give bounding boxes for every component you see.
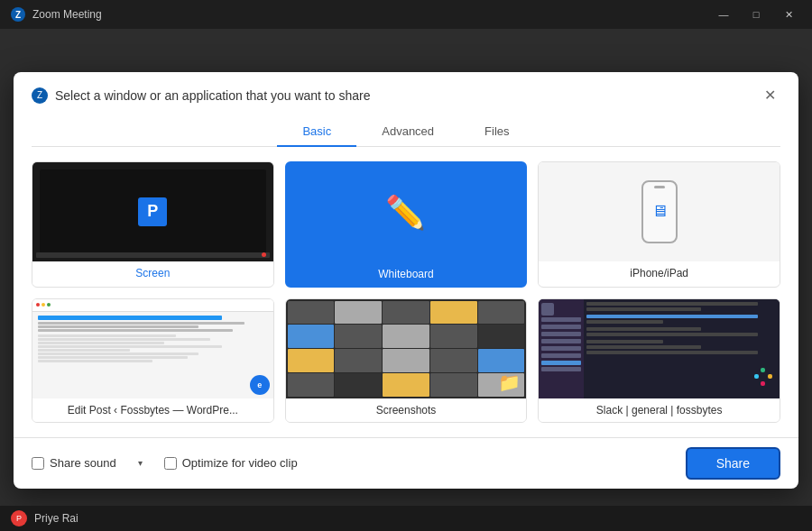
- slack-channel3: [541, 332, 581, 336]
- slack-channel2: [541, 325, 581, 329]
- phone-frame: 🖥: [641, 180, 678, 243]
- slack-channel7: [541, 367, 581, 371]
- phone-notch: [654, 186, 665, 188]
- app-icon: Z: [11, 7, 25, 22]
- slack-msg5: [586, 333, 758, 336]
- phone-cast-icon: 🖥: [651, 202, 668, 221]
- minimize-button[interactable]: —: [711, 5, 736, 23]
- sc2: [335, 301, 382, 325]
- sc11: [288, 349, 335, 372]
- sc15: [478, 349, 525, 372]
- editpost-preview: e: [32, 299, 273, 398]
- slack-msg2: [586, 307, 700, 311]
- share-sound-checkbox-label[interactable]: Share sound: [32, 456, 116, 470]
- whiteboard-icon: ✏️: [385, 194, 426, 232]
- screen-option[interactable]: P Screen: [32, 161, 274, 288]
- svg-rect-2: [768, 374, 772, 379]
- folder-icon: 📁: [498, 371, 521, 393]
- sc4: [430, 301, 477, 325]
- dot3: [47, 303, 51, 307]
- svg-rect-3: [761, 381, 765, 386]
- slack-svg: [752, 366, 774, 388]
- screen-recording-dot: [262, 252, 266, 257]
- iphone-option[interactable]: 🖥 iPhone/iPad: [538, 161, 780, 288]
- optimize-label: Optimize for video clip: [182, 456, 298, 470]
- slack-msg7: [586, 345, 700, 349]
- editpost-option[interactable]: e Edit Post ‹ Fossbytes — WordPre...: [32, 298, 274, 423]
- share-sound-dropdown[interactable]: ▾: [134, 456, 146, 470]
- tab-basic[interactable]: Basic: [277, 117, 356, 147]
- slack-msg1: [586, 302, 758, 306]
- screenshots-label: Screenshots: [286, 398, 527, 422]
- slack-thumb: [539, 299, 780, 398]
- tab-files[interactable]: Files: [459, 117, 534, 147]
- slack-logo-icon: [752, 366, 774, 393]
- screenshots-thumb: 📁: [286, 299, 527, 398]
- screen-preview: P: [32, 162, 273, 261]
- title-bar-controls: — □ ✕: [711, 5, 801, 23]
- editpost-thumb: e: [32, 299, 273, 398]
- slack-msg8: [586, 351, 758, 354]
- slack-channel6: [541, 353, 581, 358]
- sc5: [478, 301, 525, 325]
- sc19: [430, 373, 477, 397]
- title-bar: Z Zoom Meeting — □ ✕: [0, 0, 812, 29]
- screen-taskbar: [36, 252, 270, 258]
- slack-preview: [539, 299, 780, 398]
- sc17: [335, 373, 382, 397]
- share-sound-label: Share sound: [50, 456, 116, 470]
- editpost-content: [32, 312, 273, 367]
- slack-channel5: [541, 346, 581, 351]
- iphone-thumb: 🖥: [539, 162, 780, 261]
- sc9: [430, 325, 477, 348]
- sc16: [288, 373, 335, 397]
- tab-bar: Basic Advanced Files: [32, 106, 780, 147]
- editpost-label: Edit Post ‹ Fossbytes — WordPre...: [32, 398, 273, 422]
- edge-icon-overlay: e: [250, 375, 270, 395]
- title-bar-text: Zoom Meeting: [32, 8, 711, 21]
- optimize-checkbox-label[interactable]: Optimize for video clip: [164, 456, 298, 470]
- dialog-title: Select a window or an application that y…: [55, 88, 370, 103]
- slack-main: [584, 299, 780, 398]
- optimize-checkbox[interactable]: [164, 457, 177, 470]
- screen-label: Screen: [32, 261, 273, 285]
- share-sound-checkbox[interactable]: [32, 457, 44, 470]
- main-background: Z Select a window or an application that…: [0, 29, 812, 531]
- screen-inner: P: [40, 169, 266, 254]
- whiteboard-label: Whiteboard: [287, 262, 526, 286]
- tab-advanced[interactable]: Advanced: [356, 117, 459, 147]
- slack-msg4: [586, 327, 700, 331]
- slack-msg3: [586, 320, 662, 324]
- window-close-button[interactable]: ✕: [776, 5, 801, 23]
- editpost-titlebar: [32, 299, 273, 312]
- dialog-header: Z Select a window or an application that…: [14, 72, 798, 106]
- maximize-button[interactable]: □: [743, 5, 769, 23]
- dot1: [36, 303, 40, 307]
- sc6: [288, 325, 335, 348]
- svg-rect-0: [754, 374, 759, 379]
- phone-illustration: 🖥: [641, 180, 678, 243]
- sc1: [288, 301, 335, 325]
- slack-label: Slack | general | fossbytes: [539, 398, 780, 422]
- share-options-grid: P Screen ✏️ Whiteboard: [14, 147, 798, 437]
- dialog-icon: Z: [32, 87, 48, 104]
- share-button[interactable]: Share: [686, 447, 780, 480]
- screenshots-option[interactable]: 📁 Screenshots: [285, 298, 528, 423]
- slack-channel4: [541, 339, 581, 343]
- user-name: Priye Rai: [34, 512, 78, 525]
- iphone-label: iPhone/iPad: [539, 261, 780, 285]
- dialog-close-button[interactable]: ✕: [759, 85, 780, 106]
- svg-rect-1: [761, 368, 765, 372]
- screen-letter: P: [138, 197, 167, 226]
- screenshots-preview: [286, 299, 527, 398]
- share-dialog: Z Select a window or an application that…: [14, 72, 798, 489]
- sc3: [383, 301, 429, 325]
- sc18: [383, 373, 429, 397]
- sc10: [478, 325, 525, 348]
- whiteboard-option[interactable]: ✏️ Whiteboard: [285, 161, 528, 288]
- sc13: [383, 349, 429, 372]
- slack-msg-highlight: [586, 315, 758, 318]
- status-bar: P Priye Rai: [0, 506, 812, 531]
- slack-option[interactable]: Slack | general | fossbytes: [538, 298, 780, 423]
- slack-channel-active: [541, 361, 581, 365]
